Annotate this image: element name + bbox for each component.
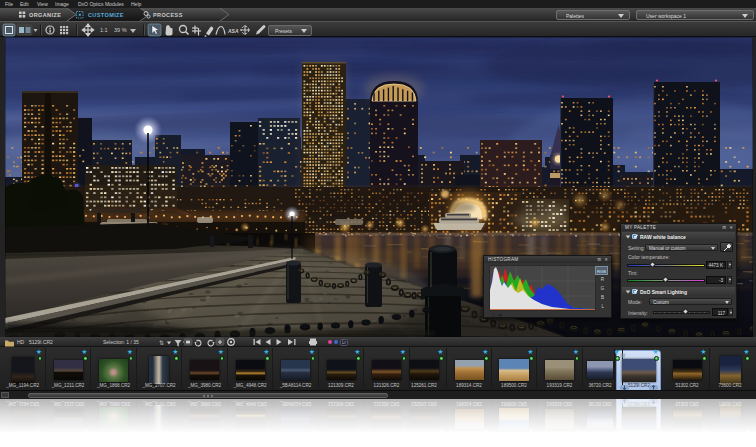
svg-text:ASA: ASA (227, 28, 239, 34)
